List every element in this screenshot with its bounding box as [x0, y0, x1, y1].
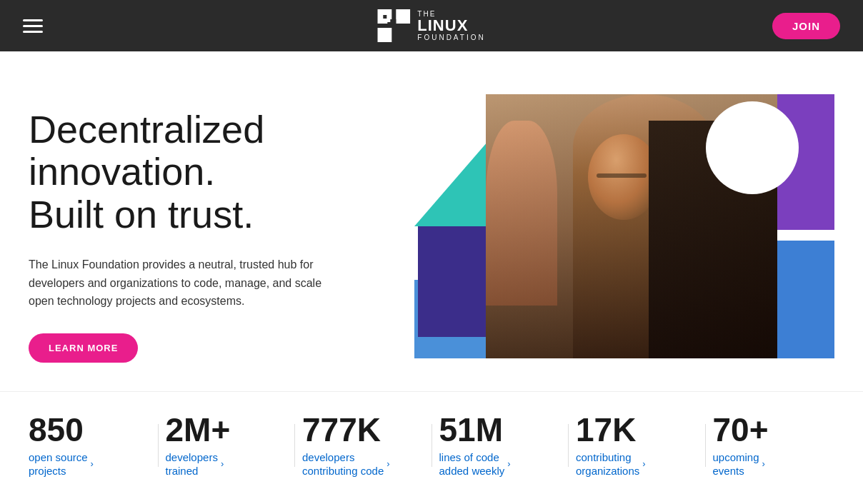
stat-lines-of-code: 51M lines of code added weekly › [439, 413, 562, 478]
stat-arrow-0: › [91, 458, 94, 470]
stat-number-4: 17K [576, 413, 684, 446]
stat-divider-3 [568, 424, 569, 467]
logo-text: THE LINUX FOUNDATION [417, 10, 485, 41]
header: THE LINUX FOUNDATION JOIN [0, 0, 863, 51]
hero-section: Decentralized innovation. Built on trust… [0, 51, 863, 391]
stat-label-text-3: lines of code added weekly [439, 450, 505, 478]
stat-label-text-2: developers contributing code [302, 450, 384, 478]
stat-contributing-orgs: 17K contributing organizations › [576, 413, 698, 478]
hero-text-block: Decentralized innovation. Built on trust… [29, 94, 400, 363]
logo-linux: LINUX [417, 18, 485, 34]
stat-divider-1 [294, 424, 295, 467]
hero-description: The Linux Foundation provides a neutral,… [29, 256, 343, 311]
stat-developers-trained: 2M+ developers trained › [166, 413, 288, 478]
stat-label-2[interactable]: developers contributing code › [302, 450, 410, 478]
stat-divider-2 [432, 424, 432, 467]
hero-headline: Decentralized innovation. Built on trust… [29, 109, 400, 236]
stat-label-3[interactable]: lines of code added weekly › [439, 450, 547, 478]
stat-arrow-5: › [762, 458, 765, 470]
hero-image-area [414, 94, 834, 358]
join-button[interactable]: JOIN [772, 13, 840, 39]
stat-arrow-1: › [221, 458, 224, 470]
stat-label-5[interactable]: upcoming events › [713, 450, 821, 478]
stat-label-text-5: upcoming events [713, 450, 759, 478]
stat-label-4[interactable]: contributing organizations › [576, 450, 684, 478]
stat-developers-contributing: 777K developers contributing code › [302, 413, 424, 478]
stat-number-1: 2M+ [166, 413, 274, 446]
stat-arrow-3: › [507, 458, 510, 470]
svg-rect-2 [377, 28, 391, 42]
stat-label-text-1: developers trained [166, 450, 218, 478]
hamburger-menu[interactable] [23, 19, 43, 33]
stat-label-0[interactable]: open source projects › [29, 450, 136, 478]
stats-section: 850 open source projects › 2M+ developer… [0, 391, 863, 493]
stat-divider-0 [158, 424, 159, 467]
stat-label-text-4: contributing organizations [576, 450, 639, 478]
learn-more-button[interactable]: LEARN MORE [29, 333, 138, 363]
stat-upcoming-events: 70+ upcoming events › [713, 413, 835, 478]
stat-number-3: 51M [439, 413, 547, 446]
stat-number-2: 777K [302, 413, 410, 446]
linux-logo-icon [377, 9, 410, 42]
svg-rect-1 [396, 9, 410, 24]
stat-label-text-0: open source projects [29, 450, 88, 478]
stat-number-0: 850 [29, 413, 136, 446]
svg-rect-5 [383, 15, 386, 19]
logo-foundation: FOUNDATION [417, 34, 485, 41]
stat-open-source-projects: 850 open source projects › [29, 413, 151, 478]
stat-divider-4 [705, 424, 706, 467]
stat-label-1[interactable]: developers trained › [166, 450, 274, 478]
logo[interactable]: THE LINUX FOUNDATION [377, 9, 485, 42]
stat-number-5: 70+ [713, 413, 821, 446]
white-circle-shape [706, 101, 799, 194]
stat-arrow-4: › [642, 458, 645, 470]
stat-arrow-2: › [386, 458, 389, 470]
